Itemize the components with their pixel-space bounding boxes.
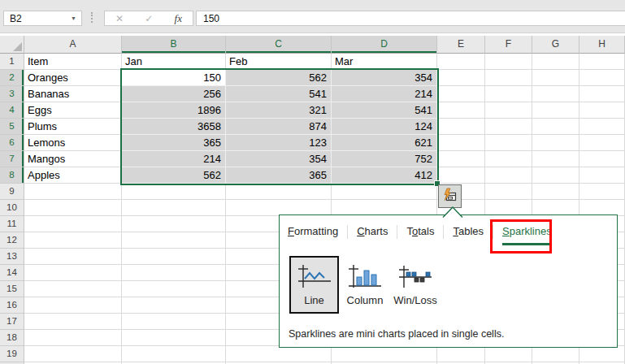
cell-a4[interactable]: Eggs	[24, 102, 122, 119]
cell-a18[interactable]	[24, 330, 122, 346]
cell-b5[interactable]: 3658	[122, 119, 226, 135]
cell-b19[interactable]	[122, 346, 226, 362]
cell-g5[interactable]	[532, 119, 579, 135]
cell-h7[interactable]	[579, 151, 625, 167]
cell-g3[interactable]	[532, 86, 579, 102]
cell-h6[interactable]	[579, 135, 625, 151]
cell-g10[interactable]	[532, 200, 579, 216]
cell-b4[interactable]: 1896	[122, 102, 226, 119]
cell-e2[interactable]	[437, 70, 485, 86]
row-header-11[interactable]: 11	[0, 216, 24, 232]
cell-a16[interactable]	[24, 297, 122, 314]
cell-d6[interactable]: 621	[332, 135, 437, 151]
row-header-8[interactable]: 8	[0, 167, 24, 184]
cell-e8[interactable]	[437, 167, 485, 184]
enter-icon[interactable]: ✓	[145, 14, 153, 24]
cell-a17[interactable]	[24, 314, 122, 330]
cell-b14[interactable]	[122, 265, 226, 281]
cell-b15[interactable]	[122, 281, 226, 297]
sparkline-option-line[interactable]: Line	[289, 256, 339, 314]
cell-h19[interactable]	[579, 346, 625, 362]
cell-a6[interactable]: Lemons	[24, 135, 122, 151]
cell-b18[interactable]	[122, 330, 226, 346]
cell-a10[interactable]	[24, 200, 122, 216]
cell-a1[interactable]: Item	[24, 54, 122, 70]
cell-g4[interactable]	[532, 102, 579, 119]
column-header-a[interactable]: A	[24, 36, 122, 54]
cell-a7[interactable]: Mangos	[24, 151, 122, 167]
cell-e7[interactable]	[437, 151, 485, 167]
column-header-g[interactable]: G	[532, 36, 579, 54]
tab-formatting[interactable]: Formatting	[288, 225, 347, 237]
cell-b2[interactable]: 150	[122, 70, 226, 86]
row-header-13[interactable]: 13	[0, 249, 24, 265]
cell-a13[interactable]	[24, 249, 122, 265]
row-header-17[interactable]: 17	[0, 314, 24, 330]
cell-b3[interactable]: 256	[122, 86, 226, 102]
cell-h8[interactable]	[579, 167, 625, 184]
row-header-7[interactable]: 7	[0, 151, 24, 167]
cell-d7[interactable]: 752	[332, 151, 437, 167]
cell-d5[interactable]: 124	[332, 119, 437, 135]
sparkline-option-winloss[interactable]: Win/Loss	[391, 256, 440, 314]
cell-d8[interactable]: 412	[332, 167, 437, 184]
cell-c19[interactable]	[226, 346, 332, 362]
column-header-b[interactable]: B	[122, 36, 226, 54]
cell-b7[interactable]: 214	[122, 151, 226, 167]
column-header-d[interactable]: D	[332, 36, 437, 54]
cell-c6[interactable]: 123	[226, 135, 332, 151]
column-header-f[interactable]: F	[485, 36, 532, 54]
cell-f9[interactable]	[485, 184, 532, 200]
cell-a19[interactable]	[24, 346, 122, 362]
cell-d9[interactable]	[332, 184, 437, 200]
cell-a9[interactable]	[24, 184, 122, 200]
cell-f5[interactable]	[485, 119, 532, 135]
row-header-2[interactable]: 2	[0, 70, 24, 86]
cell-f19[interactable]	[485, 346, 532, 362]
cell-b12[interactable]	[122, 232, 226, 249]
cell-f8[interactable]	[485, 167, 532, 184]
row-header-19[interactable]: 19	[0, 346, 24, 362]
row-header-3[interactable]: 3	[0, 86, 24, 102]
cell-e5[interactable]	[437, 119, 485, 135]
row-header-10[interactable]: 10	[0, 200, 24, 216]
cell-b17[interactable]	[122, 314, 226, 330]
row-header-12[interactable]: 12	[0, 232, 24, 249]
insert-function-icon[interactable]: fx	[175, 13, 182, 24]
cell-g2[interactable]	[532, 70, 579, 86]
cell-c3[interactable]: 541	[226, 86, 332, 102]
cell-c2[interactable]: 562	[226, 70, 332, 86]
cancel-icon[interactable]: ✕	[115, 14, 124, 24]
cell-f7[interactable]	[485, 151, 532, 167]
cell-f6[interactable]	[485, 135, 532, 151]
row-header-18[interactable]: 18	[0, 330, 24, 346]
tab-tables[interactable]: Tables	[444, 225, 493, 237]
cell-h1[interactable]	[579, 54, 625, 70]
cell-f1[interactable]	[485, 54, 532, 70]
cell-g9[interactable]	[532, 184, 579, 200]
cell-h3[interactable]	[579, 86, 625, 102]
cell-c5[interactable]: 874	[226, 119, 332, 135]
row-header-5[interactable]: 5	[0, 119, 24, 135]
cell-d10[interactable]	[332, 200, 437, 216]
tab-totals[interactable]: Totals	[397, 225, 443, 237]
cell-g6[interactable]	[532, 135, 579, 151]
cell-e1[interactable]	[437, 54, 485, 70]
cell-a5[interactable]: Plums	[24, 119, 122, 135]
cell-a12[interactable]	[24, 232, 122, 249]
cell-b16[interactable]	[122, 297, 226, 314]
cell-d4[interactable]: 541	[332, 102, 437, 119]
cell-a8[interactable]: Apples	[24, 167, 122, 184]
cell-h4[interactable]	[579, 102, 625, 119]
tab-charts[interactable]: Charts	[348, 225, 397, 237]
cell-b13[interactable]	[122, 249, 226, 265]
row-header-1[interactable]: 1	[0, 54, 24, 70]
column-header-h[interactable]: H	[579, 36, 625, 54]
row-header-4[interactable]: 4	[0, 102, 24, 119]
cell-b9[interactable]	[122, 184, 226, 200]
cell-e4[interactable]	[437, 102, 485, 119]
row-header-9[interactable]: 9	[0, 184, 24, 200]
column-header-c[interactable]: C	[226, 36, 332, 54]
cell-g1[interactable]	[532, 54, 579, 70]
tab-sparklines[interactable]: Sparklines	[493, 225, 561, 245]
